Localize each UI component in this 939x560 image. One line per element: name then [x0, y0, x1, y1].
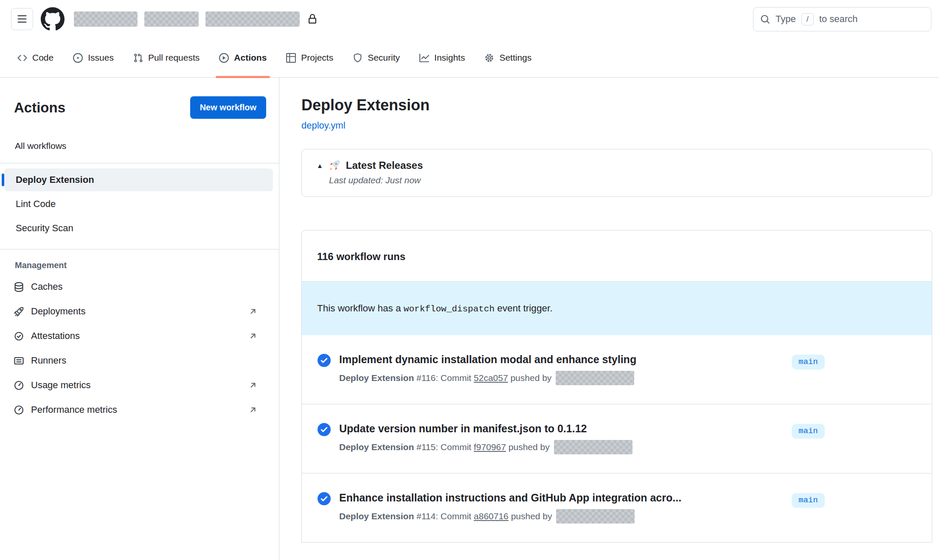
sidebar-item-performance-metrics[interactable]: Performance metrics: [0, 398, 279, 422]
three-bars-icon: [17, 14, 27, 24]
run-list-bottom-divider: [302, 542, 932, 543]
sidebar-item-all-workflows[interactable]: All workflows: [0, 138, 279, 154]
rocket-icon: [14, 307, 24, 316]
tab-label: Security: [368, 53, 400, 63]
search-placeholder-suffix: to search: [819, 14, 858, 25]
tab-actions[interactable]: Actions: [212, 38, 273, 77]
sidebar-item-lint-code[interactable]: Lint Code: [4, 193, 273, 216]
redacted-repo-name: [205, 11, 300, 27]
table-icon: [286, 53, 296, 63]
tab-pull-requests[interactable]: Pull requests: [127, 38, 206, 77]
workflow-runs-count: 116 workflow runs: [302, 230, 932, 282]
play-icon: [219, 53, 229, 63]
sidebar-title: Actions: [14, 100, 65, 116]
tab-label: Projects: [301, 53, 333, 63]
rocket-emoji-icon: [329, 160, 340, 171]
tab-insights[interactable]: Insights: [413, 38, 472, 77]
run-descriptor: #115: Commit: [414, 442, 474, 452]
verified-icon: [14, 331, 24, 341]
latest-releases-box: ▲ Latest Releases Last updated: Just now: [301, 149, 932, 197]
tab-label: Insights: [434, 53, 465, 63]
redacted-owner-name: [74, 11, 138, 27]
hamburger-menu-button[interactable]: [11, 8, 33, 30]
sidebar-item-security-scan[interactable]: Security Scan: [4, 217, 273, 240]
lock-icon: [307, 14, 318, 24]
caret-up-icon[interactable]: ▲: [317, 162, 323, 169]
sidebar-item-label: Usage metrics: [31, 380, 91, 391]
code-icon: [17, 53, 27, 63]
graph-icon: [419, 53, 429, 63]
divider: [0, 249, 279, 249]
tab-security[interactable]: Security: [346, 38, 407, 77]
app-header: Type / to search: [0, 0, 939, 38]
sidebar-item-caches[interactable]: Caches: [0, 274, 279, 299]
tab-settings[interactable]: Settings: [478, 38, 538, 77]
sidebar-item-deployments[interactable]: Deployments: [0, 299, 279, 324]
redacted-actor-name: [556, 371, 634, 385]
tab-issues[interactable]: Issues: [66, 38, 121, 77]
branch-badge[interactable]: main: [792, 493, 825, 508]
new-workflow-button[interactable]: New workflow: [190, 96, 266, 119]
page-title: Deploy Extension: [301, 96, 932, 114]
page-body: Actions New workflow All workflows Deplo…: [0, 78, 939, 560]
run-workflow-name: Deploy Extension: [339, 373, 414, 383]
run-workflow-name: Deploy Extension: [339, 511, 414, 521]
search-placeholder-prefix: Type: [776, 14, 796, 25]
pushed-by-text: pushed by: [508, 373, 554, 383]
run-title-link[interactable]: Update version number in manifest.json t…: [339, 422, 792, 435]
run-subtitle: Deploy Extension #114: Commit a860716 pu…: [339, 509, 792, 524]
search-input[interactable]: Type / to search: [753, 7, 931, 31]
pushed-by-text: pushed by: [509, 511, 555, 521]
pushed-by-text: pushed by: [506, 442, 552, 452]
tab-label: Code: [32, 53, 53, 63]
sidebar-item-label: Caches: [31, 281, 63, 292]
tab-projects[interactable]: Projects: [279, 38, 340, 77]
sidebar-item-attestations[interactable]: Attestations: [0, 324, 279, 348]
run-subtitle: Deploy Extension #115: Commit f970967 pu…: [339, 440, 792, 454]
workflow-runs-box: 116 workflow runs This workflow has a wo…: [301, 230, 932, 543]
check-circle-icon: [318, 492, 331, 505]
commit-link[interactable]: f970967: [474, 442, 506, 452]
banner-text: This workflow has a: [317, 303, 404, 314]
tab-label: Settings: [499, 53, 531, 63]
commit-link[interactable]: 52ca057: [474, 373, 508, 383]
meter-icon: [14, 381, 24, 390]
workflow-run-row: Enhance installation instructions and Gi…: [302, 473, 932, 542]
repo-nav: Code Issues Pull requests Actions Projec…: [0, 38, 939, 78]
github-logo-icon[interactable]: [41, 7, 65, 31]
tab-code[interactable]: Code: [11, 38, 60, 77]
gear-icon: [484, 53, 494, 63]
arrow-up-right-icon: [248, 331, 258, 341]
search-icon: [760, 14, 770, 24]
arrow-up-right-icon: [248, 307, 258, 316]
run-descriptor: #116: Commit: [414, 373, 474, 383]
sidebar-item-runners[interactable]: Runners: [0, 348, 279, 373]
redacted-actor-name: [554, 440, 633, 454]
run-descriptor: #114: Commit: [414, 511, 474, 521]
breadcrumb: [74, 11, 318, 27]
branch-badge[interactable]: main: [792, 424, 825, 439]
run-title-link[interactable]: Enhance installation instructions and Gi…: [339, 491, 792, 504]
sidebar-item-label: Performance metrics: [31, 404, 117, 415]
git-pull-request-icon: [133, 53, 143, 63]
sidebar-item-label: Deployments: [31, 306, 85, 317]
sidebar-item-deploy-extension[interactable]: Deploy Extension: [4, 168, 273, 191]
management-section-title: Management: [0, 260, 279, 270]
run-title-link[interactable]: Implement dynamic installation modal and…: [339, 353, 792, 366]
workflow-file-link[interactable]: deploy.yml: [301, 120, 346, 131]
banner-text: event trigger.: [495, 303, 552, 314]
branch-badge[interactable]: main: [792, 355, 825, 370]
arrow-up-right-icon: [248, 381, 258, 390]
divider: [0, 163, 279, 163]
sidebar-item-label: Attestations: [31, 330, 80, 342]
issue-opened-icon: [73, 53, 83, 63]
slash-key-hint: /: [801, 13, 814, 25]
check-circle-icon: [318, 354, 331, 367]
sidebar-item-usage-metrics[interactable]: Usage metrics: [0, 373, 279, 398]
run-workflow-name: Deploy Extension: [339, 442, 414, 452]
sidebar-item-label: Runners: [31, 355, 66, 366]
server-icon: [14, 356, 24, 366]
main-content: Deploy Extension deploy.yml ▲ Latest Rel…: [279, 78, 939, 560]
commit-link[interactable]: a860716: [474, 511, 509, 521]
releases-title: Latest Releases: [346, 160, 423, 171]
